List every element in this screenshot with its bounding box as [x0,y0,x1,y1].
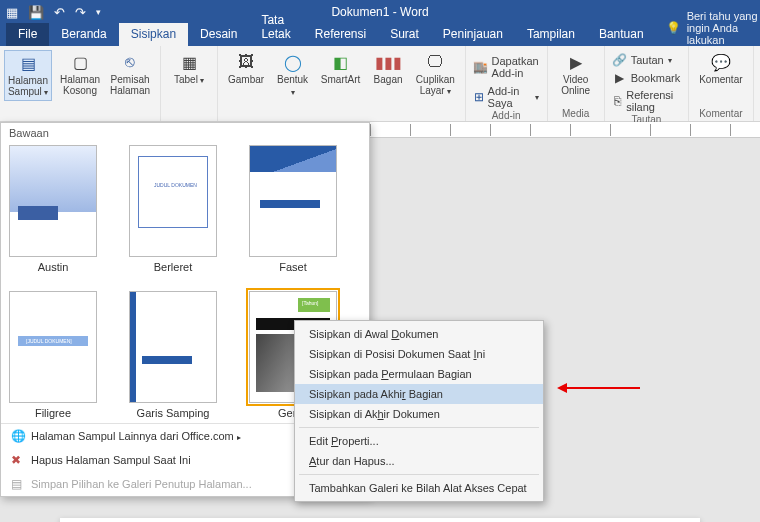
group-label-media: Media [556,108,596,121]
gallery-caption: Austin [38,261,69,273]
bagan-label: Bagan [374,74,403,85]
cm-insert-current-pos[interactable]: Sisipkan di Posisi Dokumen Saat Ini [295,344,543,364]
bagan-button[interactable]: ▮▮▮ Bagan [368,50,408,87]
document-title: Dokumen1 - Word [331,5,428,19]
komentar-label: Komentar [699,74,742,85]
annotation-arrow [560,387,640,389]
gallery-item-filigree[interactable]: [JUDUL DOKUMEN] Filigree [7,291,99,419]
quick-access-toolbar: ▦ 💾 ↶ ↷ ▾ [6,5,101,20]
tab-bantuan[interactable]: Bantuan [587,23,656,46]
group-tabel: ▦ Tabel [161,46,218,121]
cm-add-to-qat[interactable]: Tambahkan Galeri ke Bilah Alat Akses Cep… [295,478,543,498]
tautan-button[interactable]: 🔗 Tautan ▾ [613,52,672,68]
ribbon: ▤ HalamanSampul ▢ HalamanKosong ⎋ Pemisa… [0,46,760,122]
group-media: ▶ VideoOnline Media [548,46,605,121]
gallery-item-faset[interactable]: [judul dokumen] Faset [247,145,339,273]
globe-icon: 🌐 [11,429,25,443]
gallery-caption: Filigree [35,407,71,419]
horizontal-ruler [370,122,760,138]
gallery-item-berleret[interactable]: JUDUL DOKUMEN Berleret [127,145,219,273]
comment-icon: 💬 [711,52,731,72]
thumb-berleret: JUDUL DOKUMEN [129,145,217,257]
video-online-label: VideoOnline [561,74,590,96]
document-page[interactable] [60,518,700,522]
gambar-label: Gambar [228,74,264,85]
komentar-button[interactable]: 💬 Komentar [697,50,744,87]
video-icon: ▶ [566,52,586,72]
tab-file[interactable]: File [6,23,49,46]
referensi-silang-button[interactable]: ⎘ Referensi silang [613,88,681,114]
cm-insert-end-doc[interactable]: Sisipkan di Akhir Dokumen [295,404,543,424]
tab-tampilan[interactable]: Tampilan [515,23,587,46]
tab-desain[interactable]: Desain [188,23,249,46]
tabel-button[interactable]: ▦ Tabel [169,50,209,88]
cm-insert-end-section[interactable]: Sisipkan pada Akhir Bagian [295,384,543,404]
addin-saya-label: Add-in Saya [488,85,531,109]
cm-insert-start-doc[interactable]: Sisipkan di Awal Dokumen [295,324,543,344]
title-bar: ▦ 💾 ↶ ↷ ▾ Dokumen1 - Word [0,0,760,24]
gallery-item-garis-samping[interactable]: [Judul dokumen] Garis Samping [127,291,219,419]
bentuk-button[interactable]: ◯ Bentuk [272,50,313,100]
cuplikan-layar-label: CuplikanLayar [416,74,455,97]
ribbon-tabs: File Beranda Sisipkan Desain Tata Letak … [0,24,760,46]
qat-dropdown-icon[interactable]: ▾ [96,7,101,17]
tab-tata-letak[interactable]: Tata Letak [249,9,302,46]
tabel-label: Tabel [174,74,204,86]
gallery-item-austin[interactable]: [judul dokumen] Austin [7,145,99,273]
save-icon[interactable]: 💾 [28,5,44,20]
thumb-faset: [judul dokumen] [249,145,337,257]
smartart-button[interactable]: ◧ SmartArt [319,50,362,87]
word-app-icon: ▦ [6,5,18,20]
chevron-down-icon: ▾ [535,93,539,102]
dapatkan-addin-label: Dapatkan Add-in [492,55,539,79]
smartart-label: SmartArt [321,74,360,85]
store-icon: 🏬 [474,60,488,74]
undo-icon[interactable]: ↶ [54,5,65,20]
tell-me-search[interactable]: 💡 Beri tahu yang ingin Anda lakukan [666,10,760,46]
video-online-button[interactable]: ▶ VideoOnline [556,50,596,98]
pemisah-halaman-button[interactable]: ⎋ PemisahHalaman [108,50,152,98]
pemisah-halaman-label: PemisahHalaman [110,74,150,96]
bentuk-label: Bentuk [274,74,311,98]
addins-icon: ⊞ [474,90,484,104]
gallery-section-header: Bawaan [1,123,369,141]
page-break-icon: ⎋ [120,52,140,72]
save-selection-label: Simpan Pilihan ke Galeri Penutup Halaman… [31,478,252,490]
tab-peninjauan[interactable]: Peninjauan [431,23,515,46]
tab-surat[interactable]: Surat [378,23,431,46]
halaman-kosong-label: HalamanKosong [60,74,100,96]
redo-icon[interactable]: ↷ [75,5,86,20]
cm-organize-delete[interactable]: Atur dan Hapus... [295,451,543,471]
group-addins: 🏬 Dapatkan Add-in ⊞ Add-in Saya ▾ Add-in [466,46,548,121]
halaman-sampul-label: HalamanSampul [8,75,48,98]
thumb-austin: [judul dokumen] [9,145,97,257]
smartart-icon: ◧ [331,52,351,72]
halaman-sampul-button[interactable]: ▤ HalamanSampul [4,50,52,101]
dapatkan-addin-button[interactable]: 🏬 Dapatkan Add-in [474,54,539,80]
tab-sisipkan[interactable]: Sisipkan [119,23,188,46]
menu-separator [299,474,539,475]
group-label-komentar: Komentar [697,108,744,121]
group-header-footer: ▣ Header ▣ Footer Header & F [754,46,760,121]
tell-me-label: Beri tahu yang ingin Anda lakukan [687,10,760,46]
remove-cover-label: Hapus Halaman Sampul Saat Ini [31,454,191,466]
bookmark-button[interactable]: ▶ Bookmark [613,70,681,86]
link-icon: 🔗 [613,53,627,67]
tab-referensi[interactable]: Referensi [303,23,378,46]
group-komentar: 💬 Komentar Komentar [689,46,753,121]
cm-insert-start-section[interactable]: Sisipkan pada Permulaan Bagian [295,364,543,384]
thumb-garis-samping: [Judul dokumen] [129,291,217,403]
tab-beranda[interactable]: Beranda [49,23,118,46]
cm-edit-properties[interactable]: Edit Properti... [295,431,543,451]
group-ilustrasi: 🖼 Gambar ◯ Bentuk ◧ SmartArt ▮▮▮ Bagan 🖵… [218,46,466,121]
chart-icon: ▮▮▮ [378,52,398,72]
gallery-caption: Berleret [154,261,193,273]
halaman-kosong-button[interactable]: ▢ HalamanKosong [58,50,102,98]
blank-page-icon: ▢ [70,52,90,72]
gambar-button[interactable]: 🖼 Gambar [226,50,266,87]
cuplikan-layar-button[interactable]: 🖵 CuplikanLayar [414,50,457,99]
picture-icon: 🖼 [236,52,256,72]
shapes-icon: ◯ [283,52,303,72]
addin-saya-button[interactable]: ⊞ Add-in Saya ▾ [474,84,539,110]
crossref-icon: ⎘ [613,94,623,108]
